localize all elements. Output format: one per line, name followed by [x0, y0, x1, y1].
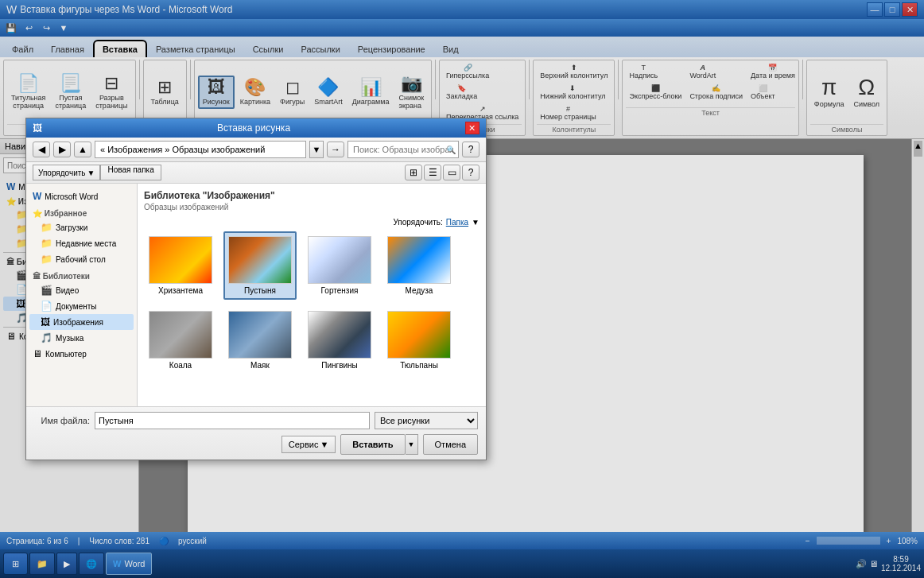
dialog-up-btn[interactable]: ▲	[74, 142, 91, 157]
dialog-search-icon: 🔍	[446, 145, 456, 154]
dialog-filename-input[interactable]	[95, 412, 370, 429]
thumbnail-hort-img	[308, 236, 371, 284]
thumbnail-koala[interactable]: Коала	[144, 306, 217, 374]
dialog-sidebar-desktop[interactable]: 📁Рабочий стол	[29, 251, 134, 267]
dialog-organize-btn[interactable]: Упорядочить ▼	[33, 165, 100, 180]
thumbnail-tulips-label: Тюльпаны	[400, 361, 438, 370]
dialog-sidebar-images[interactable]: 🖼Изображения	[29, 314, 134, 330]
dialog-title-bar: 🖼 Вставка рисунка ✕	[26, 118, 486, 138]
thumbnail-hort[interactable]: Гортензия	[303, 231, 376, 300]
dialog-sidebar-group-favorites: ⭐ Избранное	[29, 204, 134, 219]
dialog-back-btn[interactable]: ◀	[33, 142, 50, 157]
dialog-sort-value[interactable]: Папка	[446, 218, 468, 227]
dialog-new-folder-btn[interactable]: Новая папка	[100, 165, 161, 180]
dialog-sort-label: Упорядочить:	[393, 218, 442, 227]
service-dropdown-icon: ▼	[320, 440, 328, 449]
dialog-path-text: « Изображения » Образцы изображений	[100, 145, 265, 154]
dialog-sidebar-computer[interactable]: 🖥Компьютер	[29, 346, 134, 362]
thumbnail-medusa[interactable]: Медуза	[382, 231, 456, 300]
dialog-title-icon: 🖼	[33, 122, 42, 134]
dialog-sidebar-group-libraries: 🏛 Библиотеки	[29, 267, 134, 282]
dialog-sidebar-microsoft-word[interactable]: W Microsoft Word	[29, 188, 134, 204]
dialog-path-go-btn[interactable]: →	[327, 142, 344, 157]
dialog-sort-bar: Упорядочить: Папка ▼	[144, 218, 479, 227]
dialog-cancel-button[interactable]: Отмена	[423, 434, 478, 455]
new-folder-label: Новая папка	[107, 165, 153, 174]
dialog-view-controls: ⊞ ☰ ▭ ?	[405, 165, 479, 180]
thumbnail-desert-img	[228, 236, 292, 284]
service-label: Сервис	[289, 440, 319, 449]
thumbnail-lighthouse-label: Маяк	[250, 361, 270, 370]
dialog-nav-toolbar: ◀ ▶ ▲ « Изображения » Образцы изображени…	[26, 138, 486, 162]
thumbnail-chrys[interactable]: Хризантема	[144, 231, 217, 300]
thumbnail-koala-img	[149, 311, 212, 359]
dialog-action-row: Сервис ▼ Вставить ▼ Отмена	[34, 434, 478, 455]
dialog-filename-label: Имя файла:	[34, 416, 90, 425]
dialog-sidebar-documents[interactable]: 📄Документы	[29, 298, 134, 314]
dialog-service-btn[interactable]: Сервис ▼	[281, 436, 336, 453]
dialog-footer: Имя файла: Все рисунки Сервис ▼ Вставить…	[26, 406, 486, 460]
dialog-filename-row: Имя файла: Все рисунки	[34, 412, 478, 429]
thumbnail-medusa-label: Медуза	[406, 286, 433, 295]
dialog-help2-btn[interactable]: ?	[462, 165, 479, 180]
thumbnail-desert[interactable]: Пустыня	[223, 231, 297, 300]
dialog-path-dropdown[interactable]: ▼	[309, 141, 324, 158]
dialog-title-text: Вставка рисунка	[217, 122, 290, 134]
dialog-insert-dropdown[interactable]: ▼	[406, 434, 418, 455]
dialog-search-container: 🔍	[347, 141, 459, 158]
thumbnail-desert-label: Пустыня	[244, 286, 276, 295]
dialog-search-input[interactable]	[347, 141, 459, 158]
thumbnail-lighthouse[interactable]: Маяк	[223, 306, 297, 374]
dialog-forward-btn[interactable]: ▶	[53, 142, 71, 157]
thumbnail-hort-label: Гортензия	[321, 286, 359, 295]
thumbnail-penguins[interactable]: Пингвины	[303, 306, 376, 374]
dialog-sidebar-downloads[interactable]: 📁Загрузки	[29, 219, 134, 235]
dialog-insert-btn-group: Вставить ▼	[340, 434, 417, 455]
dialog-view-preview-btn[interactable]: ▭	[443, 165, 460, 180]
dialog-insert-button[interactable]: Вставить	[340, 434, 405, 455]
dialog-sidebar: W Microsoft Word ⭐ Избранное 📁Загрузки 📁…	[26, 184, 138, 406]
thumbnail-medusa-img	[387, 236, 451, 284]
thumbnail-penguins-label: Пингвины	[321, 361, 358, 370]
dialog-main-area: Библиотека "Изображения" Образцы изображ…	[138, 184, 486, 406]
organize-dropdown-icon: ▼	[87, 169, 95, 177]
organize-label: Упорядочить	[38, 169, 86, 177]
thumbnail-chrys-img	[149, 236, 212, 284]
insert-picture-dialog: 🖼 Вставка рисунка ✕ ◀ ▶ ▲ « Изображения …	[25, 118, 487, 460]
dialog-view-details-btn[interactable]: ☰	[424, 165, 441, 180]
thumbnail-lighthouse-img	[228, 311, 292, 359]
dialog-filetype-select[interactable]: Все рисунки	[375, 412, 478, 429]
dialog-breadcrumb: Библиотека "Изображения"	[144, 190, 479, 201]
thumbnail-tulips[interactable]: Тюльпаны	[382, 306, 456, 374]
dialog-close-button[interactable]: ✕	[465, 122, 479, 134]
dialog-sort-dropdown-icon[interactable]: ▼	[472, 218, 479, 227]
dialog-body: W Microsoft Word ⭐ Избранное 📁Загрузки 📁…	[26, 184, 486, 406]
thumbnail-koala-label: Коала	[169, 361, 192, 370]
dialog-overlay: 🖼 Вставка рисунка ✕ ◀ ▶ ▲ « Изображения …	[0, 0, 924, 578]
dialog-view-options-btn[interactable]: ⊞	[405, 165, 422, 180]
dialog-secondary-toolbar: Упорядочить ▼ Новая папка ⊞ ☰ ▭ ?	[26, 162, 486, 184]
dialog-sidebar-music[interactable]: 🎵Музыка	[29, 330, 134, 346]
dialog-help-btn[interactable]: ?	[462, 142, 479, 157]
dialog-sidebar-recent[interactable]: 📁Недавние места	[29, 235, 134, 251]
dialog-sidebar-video[interactable]: 🎬Видео	[29, 282, 134, 298]
thumbnail-penguins-img	[308, 311, 371, 359]
dialog-thumbnails-grid: Хризантема Пустыня Гортензия Медуза	[144, 231, 479, 374]
dialog-path-display[interactable]: « Изображения » Образцы изображений	[95, 141, 306, 158]
thumbnail-chrys-label: Хризантема	[158, 286, 203, 295]
dialog-breadcrumb-sub: Образцы изображений	[144, 203, 479, 211]
thumbnail-tulips-img	[387, 311, 451, 359]
